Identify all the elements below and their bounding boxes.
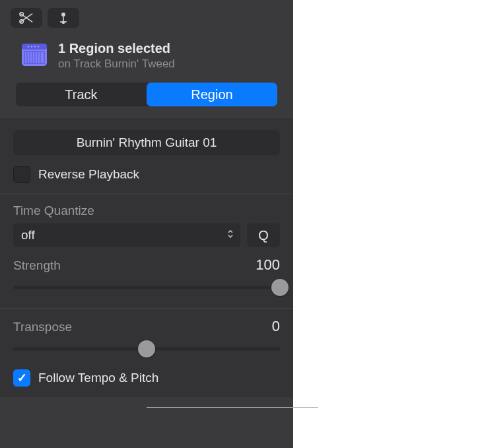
region-header: 1 Region selected on Track Burnin' Tweed <box>0 34 293 77</box>
scissors-icon <box>19 12 34 24</box>
strength-label: Strength <box>13 258 61 273</box>
chevron-updown-icon <box>227 228 234 243</box>
track-subtitle: on Track Burnin' Tweed <box>58 57 175 71</box>
tab-region[interactable]: Region <box>147 83 277 106</box>
time-quantize-dropdown[interactable]: off <box>13 223 240 247</box>
time-quantize-label: Time Quantize <box>13 204 280 218</box>
transpose-slider[interactable] <box>13 340 280 357</box>
svg-point-16 <box>28 46 29 47</box>
amp-icon <box>20 43 49 69</box>
transpose-section: Transpose 0 <box>0 309 293 364</box>
follow-tempo-label: Follow Tempo & Pitch <box>38 371 158 385</box>
svg-point-18 <box>34 46 36 47</box>
strength-row: Strength 100 <box>13 256 280 274</box>
top-toolbar <box>0 0 293 34</box>
mic-settings-icon <box>57 11 70 24</box>
transpose-value: 0 <box>272 318 280 335</box>
mic-settings-button[interactable] <box>48 8 79 28</box>
svg-point-17 <box>31 46 32 47</box>
strength-slider[interactable] <box>13 279 280 296</box>
reverse-playback-label: Reverse Playback <box>38 167 139 182</box>
time-quantize-value: off <box>21 228 35 243</box>
follow-tempo-row: Follow Tempo & Pitch <box>0 364 293 397</box>
inspector-panel: 1 Region selected on Track Burnin' Tweed… <box>0 0 293 448</box>
reverse-playback-checkbox[interactable] <box>13 166 30 183</box>
reverse-playback-row: Reverse Playback <box>0 155 293 194</box>
tab-track[interactable]: Track <box>16 83 147 106</box>
region-count-title: 1 Region selected <box>58 41 175 56</box>
follow-tempo-checkbox[interactable] <box>13 369 30 387</box>
track-region-tabs: Track Region <box>16 83 277 106</box>
strength-value: 100 <box>256 256 280 274</box>
region-name-field[interactable]: Burnin' Rhythm Guitar 01 <box>13 130 280 155</box>
svg-point-19 <box>38 46 39 47</box>
transpose-label: Transpose <box>13 320 72 334</box>
quantize-button[interactable]: Q <box>247 223 280 247</box>
svg-point-2 <box>61 13 65 17</box>
time-quantize-section: Time Quantize off Q Strength 100 <box>0 194 293 308</box>
callout-line <box>147 407 318 408</box>
transpose-row: Transpose 0 <box>13 318 280 335</box>
region-name-container: Burnin' Rhythm Guitar 01 <box>13 118 280 155</box>
scissors-tool-button[interactable] <box>11 8 42 28</box>
header-text: 1 Region selected on Track Burnin' Tweed <box>58 41 175 71</box>
